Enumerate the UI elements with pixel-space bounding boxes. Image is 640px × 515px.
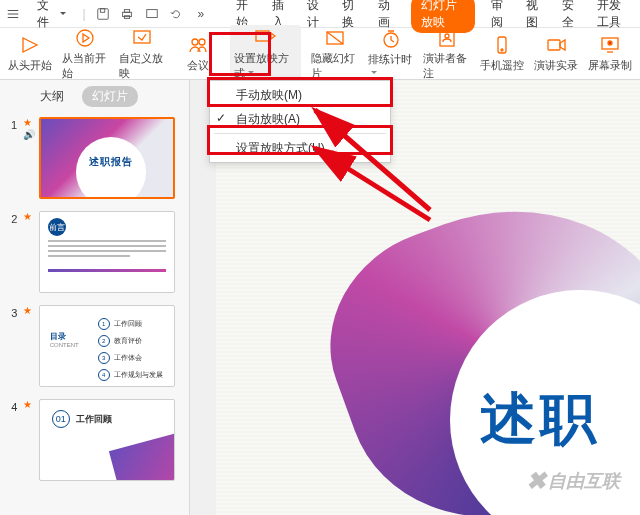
thumb-icons: ★🔊 — [23, 117, 33, 140]
dropdown-label: 自动放映(A) — [236, 111, 300, 128]
svg-rect-5 — [147, 9, 158, 17]
rehearse-button[interactable]: 排练计时 — [368, 28, 413, 79]
svg-point-15 — [445, 34, 449, 38]
screen-rec-button[interactable]: 屏幕录制 — [588, 34, 632, 73]
ribbon-label: 从当前开始 — [62, 51, 109, 81]
ribbon-label: 会议 — [187, 58, 209, 73]
thumb-number: 2 — [6, 211, 17, 225]
thumb4-title: 工作回顾 — [76, 413, 112, 426]
dropdown-settings[interactable]: 设置放映方式(U)... — [210, 136, 390, 160]
slide-title: 述职 — [480, 382, 600, 458]
svg-rect-0 — [98, 8, 109, 19]
svg-line-12 — [327, 32, 343, 44]
ribbon-label: 屏幕录制 — [588, 58, 632, 73]
record-icon — [545, 34, 567, 56]
ribbon-label: 隐藏幻灯片 — [311, 51, 358, 81]
ribbon-label: 设置放映方式 — [234, 51, 298, 81]
thumb-3[interactable]: 目录CONTENT 1工作回顾2教育评价3工作体会4工作规划与发展 — [39, 305, 175, 387]
dropdown-item[interactable]: 手动放映(M) — [210, 83, 390, 107]
check-icon: ✓ — [216, 111, 230, 125]
thumb-number: 1 — [6, 117, 17, 131]
svg-rect-1 — [100, 8, 104, 12]
screen-rec-icon — [599, 34, 621, 56]
watermark: ✖自由互联 — [526, 467, 620, 495]
remote-button[interactable]: 手机遥控 — [480, 34, 524, 73]
tab-审阅[interactable]: 审阅 — [489, 0, 510, 33]
svg-rect-18 — [548, 40, 560, 50]
rehearse-icon — [380, 28, 402, 50]
save-icon[interactable] — [96, 6, 111, 22]
meeting-button[interactable]: 会议 — [176, 34, 220, 73]
undo-icon[interactable] — [169, 6, 184, 22]
thumb-4[interactable]: 01 工作回顾 — [39, 399, 175, 481]
tab-slides[interactable]: 幻灯片 — [82, 86, 138, 107]
thumb3-left-label: 目录 — [50, 332, 66, 341]
file-label: 文件 — [37, 0, 58, 31]
ribbon-label: 演讲实录 — [534, 58, 578, 73]
svg-rect-10 — [256, 31, 269, 41]
from-current-icon — [74, 27, 96, 49]
set-mode-icon — [254, 27, 276, 49]
custom-icon — [131, 27, 153, 49]
hide-button[interactable]: 隐藏幻灯片 — [311, 27, 358, 81]
print-icon[interactable] — [120, 6, 135, 22]
thumb1-title: 述职报告 — [76, 137, 146, 199]
ribbon-label: 演讲者备注 — [423, 51, 470, 81]
svg-point-8 — [192, 39, 198, 45]
thumb-1[interactable]: 述职报告 — [39, 117, 175, 199]
tab-开发工具[interactable]: 开发工具 — [595, 0, 634, 33]
ribbon-label: 排练计时 — [368, 52, 413, 79]
meeting-icon — [187, 34, 209, 56]
thumb4-num: 01 — [52, 410, 70, 428]
from-start-button[interactable]: 从头开始 — [8, 34, 52, 73]
from-current-button[interactable]: 从当前开始 — [62, 27, 109, 81]
custom-button[interactable]: 自定义放映 — [119, 27, 166, 81]
thumb3-left-en: CONTENT — [50, 342, 79, 348]
dropdown-label: 手动放映(M) — [236, 87, 302, 104]
ribbon-label: 自定义放映 — [119, 51, 166, 81]
thumb-number: 4 — [6, 399, 17, 413]
dropdown-item[interactable]: ✓自动放映(A) — [210, 107, 390, 131]
remote-icon — [491, 34, 513, 56]
presenter-notes-icon — [436, 27, 458, 49]
ribbon-label: 从头开始 — [8, 58, 52, 73]
thumb-number: 3 — [6, 305, 17, 319]
from-start-icon — [19, 34, 41, 56]
hide-icon — [324, 27, 346, 49]
svg-rect-7 — [134, 31, 150, 43]
ribbon-label: 手机遥控 — [480, 58, 524, 73]
tab-视图[interactable]: 视图 — [524, 0, 545, 33]
tab-outline[interactable]: 大纲 — [30, 86, 74, 107]
thumb-2[interactable]: 前言 — [39, 211, 175, 293]
menu-icon[interactable] — [6, 6, 21, 22]
more-icon[interactable]: » — [194, 6, 209, 22]
preview-icon[interactable] — [145, 6, 160, 22]
svg-point-6 — [77, 30, 93, 46]
svg-point-9 — [199, 39, 205, 45]
ribbon: 从头开始从当前开始自定义放映会议设置放映方式隐藏幻灯片排练计时演讲者备注手机遥控… — [0, 28, 640, 80]
slide-panel: 大纲 幻灯片 1 ★🔊 述职报告 2 ★ 前言 — [0, 80, 190, 515]
record-button[interactable]: 演讲实录 — [534, 34, 578, 73]
svg-rect-3 — [125, 9, 130, 12]
set-mode-button[interactable]: 设置放映方式 — [230, 25, 302, 83]
tab-安全[interactable]: 安全 — [560, 0, 581, 33]
presenter-notes-button[interactable]: 演讲者备注 — [423, 27, 470, 81]
set-mode-dropdown: 手动放映(M)✓自动放映(A)设置放映方式(U)... — [209, 80, 391, 163]
svg-point-17 — [501, 49, 503, 51]
svg-point-20 — [608, 41, 612, 45]
